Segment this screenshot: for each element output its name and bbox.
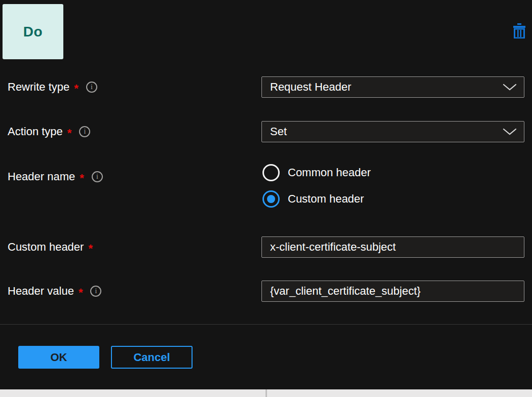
page-background-strip [0, 389, 532, 397]
chevron-down-icon [503, 128, 517, 136]
column-divider-line [265, 389, 267, 397]
info-icon[interactable] [86, 82, 97, 93]
info-icon[interactable] [90, 286, 101, 297]
radio-unselected-icon [262, 164, 280, 181]
header-value-label: Header value [8, 285, 74, 298]
rewrite-action-editor: Do Rewrite type * Request Header [0, 0, 532, 397]
do-action-tile[interactable]: Do [3, 4, 63, 59]
action-type-label: Action type [8, 125, 63, 138]
trash-icon [513, 23, 526, 38]
header-name-label: Header name [8, 170, 75, 183]
rewrite-type-dropdown[interactable]: Request Header [261, 76, 524, 98]
radio-custom-header[interactable]: Custom header [262, 190, 364, 208]
required-asterisk: * [80, 172, 84, 185]
footer-divider [0, 324, 532, 325]
radio-custom-header-label: Custom header [288, 192, 364, 206]
required-asterisk: * [79, 286, 83, 299]
radio-common-header[interactable]: Common header [262, 164, 371, 181]
required-asterisk: * [67, 127, 72, 140]
required-asterisk: * [88, 242, 93, 255]
delete-action-button[interactable] [511, 22, 528, 39]
required-asterisk: * [74, 82, 79, 95]
rewrite-type-label: Rewrite type [8, 81, 69, 94]
custom-header-input[interactable] [261, 236, 524, 258]
radio-selected-icon [262, 190, 280, 208]
cancel-button[interactable]: Cancel [111, 346, 193, 369]
header-value-input[interactable] [261, 281, 524, 302]
ok-button[interactable]: OK [18, 346, 99, 369]
rewrite-type-value: Request Header [270, 81, 351, 94]
action-type-value: Set [270, 125, 287, 138]
action-type-dropdown[interactable]: Set [261, 121, 524, 142]
info-icon[interactable] [92, 171, 103, 182]
radio-common-header-label: Common header [288, 166, 371, 179]
do-action-tile-label: Do [23, 24, 43, 40]
chevron-down-icon [503, 84, 517, 91]
custom-header-label: Custom header [8, 241, 84, 254]
info-icon[interactable] [79, 126, 90, 137]
